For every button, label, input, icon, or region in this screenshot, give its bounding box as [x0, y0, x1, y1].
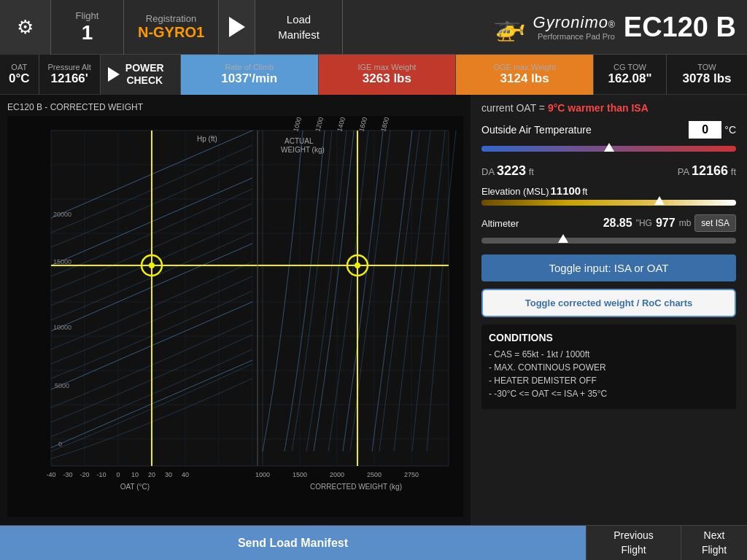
gyronimo-text: Gyronimo: [533, 13, 608, 32]
oge-value: 3124 lbs: [500, 71, 549, 86]
svg-text:-40: -40: [46, 471, 55, 478]
next-flight-label: NextFlight: [702, 529, 727, 557]
svg-text:10000: 10000: [53, 324, 71, 331]
model-text: EC120 B: [624, 12, 736, 43]
oat-slider[interactable]: [481, 143, 736, 156]
svg-text:5000: 5000: [55, 382, 69, 389]
cg-tow-value: 162.08": [608, 71, 651, 86]
flight-number: 1: [82, 21, 93, 44]
helicopter-icon: 🚁: [493, 12, 526, 42]
altimeter-mb-value: 977: [656, 217, 676, 230]
main-content: EC120 B - CORRECTED WEIGHT: [0, 95, 747, 525]
oat-cell: OAT 0°C: [0, 55, 39, 95]
right-panel: current OAT = 9°C warmer than ISA Outsid…: [471, 95, 747, 525]
flight-label: Flight: [76, 10, 99, 21]
play-button[interactable]: [219, 0, 255, 55]
registration-label: Registration: [146, 13, 196, 24]
pa-unit: ft: [731, 166, 736, 177]
power-check-arrow-icon: [108, 67, 120, 82]
svg-text:-30: -30: [63, 471, 72, 478]
registration-value: N-GYRO1: [138, 24, 204, 41]
bottom-bar: Send Load Manifest PreviousFlight NextFl…: [0, 525, 747, 560]
svg-point-51: [355, 262, 360, 268]
oat-slider-track: [481, 146, 736, 152]
cg-tow-label: CG TOW: [614, 63, 646, 71]
previous-flight-button[interactable]: PreviousFlight: [587, 526, 681, 560]
load-manifest-button[interactable]: LoadManifest: [255, 0, 343, 55]
da-unit: ft: [529, 166, 534, 177]
condition-line-4: - -30°C <= OAT <= ISA + 35°C: [489, 389, 729, 399]
svg-text:-10: -10: [96, 471, 106, 478]
svg-text:WEIGHT (kg): WEIGHT (kg): [281, 146, 325, 154]
pa-value: 12166: [692, 163, 728, 178]
next-flight-button[interactable]: NextFlight: [681, 526, 747, 560]
elevation-value: 11100: [550, 184, 581, 197]
conditions-title: CONDITIONS: [489, 332, 729, 343]
registration-info: Registration N-GYRO1: [124, 0, 219, 55]
pa-label: PA: [678, 166, 692, 177]
elevation-indicator-icon: [654, 196, 665, 205]
svg-text:20: 20: [148, 471, 155, 478]
condition-line-1: - CAS = 65kt - 1kt / 1000ft: [489, 349, 729, 359]
settings-button[interactable]: ⚙: [0, 0, 51, 55]
rate-of-climb-value: 1037'/min: [221, 71, 277, 86]
svg-text:15000: 15000: [53, 258, 71, 265]
svg-text:30: 30: [165, 471, 172, 478]
set-isa-button[interactable]: set ISA: [694, 214, 736, 232]
svg-text:1000: 1000: [255, 471, 270, 478]
load-manifest-label: LoadManifest: [278, 12, 320, 42]
elevation-slider[interactable]: [481, 200, 736, 206]
isa-warm-value: 9°C warmer than ISA: [548, 102, 649, 114]
tow-label: TOW: [697, 63, 716, 71]
registered-icon: ®: [608, 20, 615, 30]
elevation-unit: ft: [582, 186, 587, 197]
isa-info-text: current OAT = 9°C warmer than ISA: [481, 102, 736, 114]
conditions-box: CONDITIONS - CAS = 65kt - 1kt / 1000ft -…: [481, 324, 736, 409]
cg-tow-cell: CG TOW 162.08": [594, 55, 667, 95]
oat-input-field[interactable]: [689, 121, 721, 139]
toggle-chart-button[interactable]: Toggle corrected weight / RoC charts: [481, 289, 736, 317]
rate-of-climb-cell: Rate of Climb 1037'/min: [181, 55, 319, 95]
svg-text:OAT (°C): OAT (°C): [120, 483, 150, 491]
altimeter-slider[interactable]: [481, 238, 736, 244]
elevation-row: Elevation (MSL) 11100 ft: [481, 184, 736, 206]
flight-info: Flight 1: [51, 0, 124, 55]
ige-cell: IGE max Weight 3263 lbs: [319, 55, 457, 95]
prev-flight-label: PreviousFlight: [614, 529, 653, 557]
tow-value: 3078 lbs: [682, 71, 731, 86]
toggle-isa-button[interactable]: Toggle input: ISA or OAT: [481, 254, 736, 281]
altimeter-triangle-icon: [558, 234, 568, 243]
logo-area: 🚁 Gyronimo ® Performance Pad Pro EC120 B: [343, 12, 747, 43]
altimeter-slider-track: [481, 238, 736, 244]
svg-text:2750: 2750: [404, 471, 419, 478]
power-check-label: POWERCHECK: [125, 62, 164, 87]
performance-pad-text: Performance Pad Pro: [538, 32, 615, 41]
svg-text:Hp (ft): Hp (ft): [197, 135, 217, 143]
altimeter-indicator-icon: [558, 234, 568, 243]
altimeter-hg-unit: "HG: [636, 218, 652, 228]
svg-text:10: 10: [131, 471, 139, 478]
svg-text:20000: 20000: [53, 211, 71, 218]
svg-text:2000: 2000: [330, 471, 344, 478]
oat-input-label: Outside Air Temperature: [481, 124, 689, 136]
power-check-button[interactable]: POWERCHECK: [101, 55, 181, 95]
svg-text:0: 0: [116, 471, 120, 478]
chart-title: EC120 B - CORRECTED WEIGHT: [7, 102, 463, 112]
pressure-alt-cell: Pressure Alt 12166': [39, 55, 101, 95]
oat-metric-label: OAT: [11, 63, 27, 71]
pa-info: PA 12166 ft: [678, 163, 736, 179]
oat-metric-value: 0°C: [9, 71, 30, 86]
oat-unit-label: °C: [724, 124, 736, 136]
chart-svg: 20000 15000 10000 5000 0 Hp (ft) ACTUAL …: [7, 116, 463, 517]
ige-label: IGE max Weight: [357, 63, 416, 71]
elevation-slider-track: [481, 200, 736, 206]
pressure-alt-value: 12166': [51, 71, 88, 86]
rate-of-climb-label: Rate of Climb: [225, 63, 274, 71]
svg-text:2500: 2500: [367, 471, 382, 478]
send-manifest-button[interactable]: Send Load Manifest: [0, 526, 587, 560]
condition-line-3: - HEATER DEMISTER OFF: [489, 376, 729, 386]
top-bar: ⚙ Flight 1 Registration N-GYRO1 LoadMani…: [0, 0, 747, 55]
settings-icon: ⚙: [17, 16, 34, 39]
oat-slider-indicator: [604, 143, 614, 152]
da-info: DA 3223 ft: [481, 163, 534, 179]
